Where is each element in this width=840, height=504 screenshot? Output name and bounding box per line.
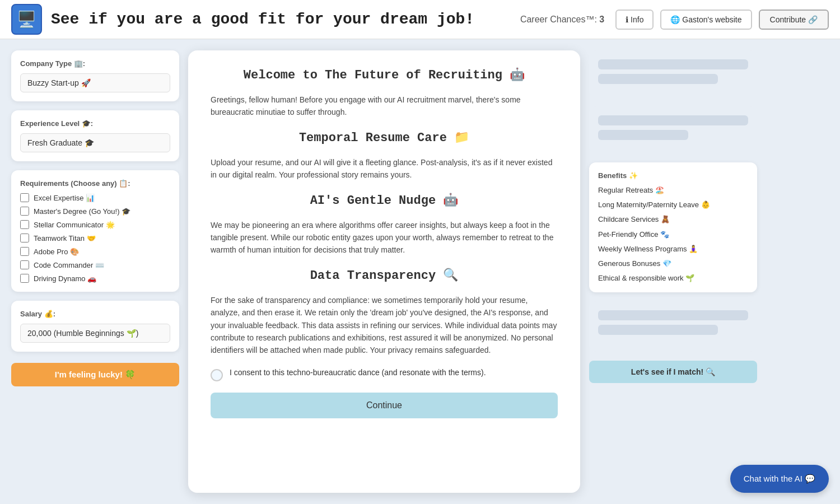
- list-item: Weekly Wellness Programs 🧘‍♀️: [598, 244, 748, 254]
- experience-level-card: Experience Level 🎓: Fresh Graduate 🎓 Jun…: [11, 110, 179, 161]
- benefits-list: Regular Retreats 🏖️ Long Maternity/Pater…: [598, 185, 748, 283]
- info-button[interactable]: ℹ Info: [615, 10, 654, 30]
- website-button[interactable]: 🌐 Gaston's website: [660, 10, 752, 30]
- driving-checkbox[interactable]: [20, 274, 29, 283]
- consent-label: I consent to this techno-bureaucratic da…: [230, 368, 486, 377]
- list-item: Childcare Services 🧸: [598, 214, 748, 225]
- list-item: Ethical & responsible work 🌱: [598, 273, 748, 283]
- salary-card: Salary 💰: 20,000 (Humble Beginnings 🌱) 4…: [11, 301, 179, 352]
- modal-section1-text: Upload your resume, and our AI will give…: [211, 156, 558, 181]
- list-item[interactable]: Code Commander ⌨️: [20, 260, 170, 269]
- company-type-card: Company Type 🏢: Buzzy Start-up 🚀 Corpora…: [11, 50, 179, 101]
- continue-button[interactable]: Continue: [211, 393, 558, 418]
- contribute-button[interactable]: Contribute 🔗: [759, 10, 829, 30]
- consent-row: I consent to this techno-bureaucratic da…: [211, 368, 558, 381]
- shimmer-bar: [598, 310, 748, 320]
- list-item: Long Maternity/Paternity Leave 👶: [598, 200, 748, 210]
- modal-main-title: Welcome to The Future of Recruiting 🤖: [211, 67, 558, 82]
- masters-checkbox[interactable]: [20, 207, 29, 216]
- list-item[interactable]: Excel Expertise 📊: [20, 193, 170, 202]
- benefits-label: Benefits ✨: [598, 171, 748, 180]
- right-shimmer-middle: [589, 106, 757, 153]
- salary-select[interactable]: 20,000 (Humble Beginnings 🌱) 40,000 60,0…: [20, 324, 170, 343]
- match-button[interactable]: Let's see if I match! 🔍: [589, 361, 757, 383]
- right-shimmer-top: [589, 50, 757, 97]
- list-item[interactable]: Stellar Communicator 🌟: [20, 220, 170, 229]
- shimmer-bar: [598, 59, 748, 69]
- salary-label: Salary 💰:: [20, 310, 170, 318]
- benefits-card: Benefits ✨ Regular Retreats 🏖️ Long Mate…: [589, 162, 757, 292]
- app-logo: 🖥️: [11, 4, 42, 35]
- list-item: Generous Bonuses 💎: [598, 259, 748, 269]
- right-panel: Benefits ✨ Regular Retreats 🏖️ Long Mate…: [589, 50, 757, 493]
- list-item: Pet-Friendly Office 🐾: [598, 230, 748, 240]
- code-checkbox[interactable]: [20, 260, 29, 269]
- shimmer-bar: [598, 115, 748, 125]
- modal-section3-text: For the sake of transparency and complia…: [211, 294, 558, 357]
- teamwork-checkbox[interactable]: [20, 234, 29, 242]
- welcome-modal: Welcome to The Future of Recruiting 🤖 Gr…: [188, 50, 580, 493]
- experience-label: Experience Level 🎓:: [20, 119, 170, 128]
- shimmer-bar: [598, 74, 718, 84]
- list-item[interactable]: Adobe Pro 🎨: [20, 247, 170, 256]
- consent-checkbox[interactable]: [211, 369, 223, 381]
- modal-section3-title: Data Transparency 🔍: [211, 268, 558, 283]
- modal-intro: Greetings, fellow human! Before you enga…: [211, 94, 558, 119]
- app-title: See if you are a good fit for your dream…: [51, 11, 520, 28]
- shimmer-bar: [598, 130, 688, 140]
- main-layout: Company Type 🏢: Buzzy Start-up 🚀 Corpora…: [0, 39, 840, 504]
- career-chances: Career Chances™: 3: [520, 15, 604, 25]
- company-type-label: Company Type 🏢:: [20, 59, 170, 68]
- logo-emoji: 🖥️: [17, 10, 36, 29]
- right-shimmer-bottom: [589, 301, 757, 352]
- modal-section2-title: AI's Gentle Nudge 🤖: [211, 193, 558, 208]
- list-item[interactable]: Teamwork Titan 🤝: [20, 234, 170, 242]
- requirements-list: Excel Expertise 📊 Master's Degree (Go Yo…: [20, 193, 170, 283]
- list-item[interactable]: Master's Degree (Go You!) 🎓: [20, 207, 170, 216]
- company-type-select[interactable]: Buzzy Start-up 🚀 Corporate Giant Non-pro…: [20, 73, 170, 92]
- chat-button[interactable]: Chat with the AI 💬: [730, 465, 829, 493]
- lucky-button[interactable]: I'm feeling lucky! 🍀: [11, 363, 179, 386]
- header: 🖥️ See if you are a good fit for your dr…: [0, 0, 840, 39]
- adobe-checkbox[interactable]: [20, 247, 29, 256]
- requirements-card: Requirements (Choose any) 📋: Excel Exper…: [11, 170, 179, 292]
- requirements-label: Requirements (Choose any) 📋:: [20, 179, 170, 188]
- list-item: Regular Retreats 🏖️: [598, 185, 748, 195]
- modal-section1-title: Temporal Resume Care 📁: [211, 130, 558, 145]
- modal-section2-text: We may be pioneering an era where algori…: [211, 219, 558, 256]
- shimmer-bar: [598, 325, 718, 335]
- excel-checkbox[interactable]: [20, 193, 29, 202]
- experience-select[interactable]: Fresh Graduate 🎓 Junior Mid-level Senior: [20, 133, 170, 152]
- list-item[interactable]: Driving Dynamo 🚗: [20, 274, 170, 283]
- left-panel: Company Type 🏢: Buzzy Start-up 🚀 Corpora…: [11, 50, 179, 493]
- header-right: Career Chances™: 3 ℹ Info 🌐 Gaston's web…: [520, 10, 829, 30]
- communicator-checkbox[interactable]: [20, 220, 29, 229]
